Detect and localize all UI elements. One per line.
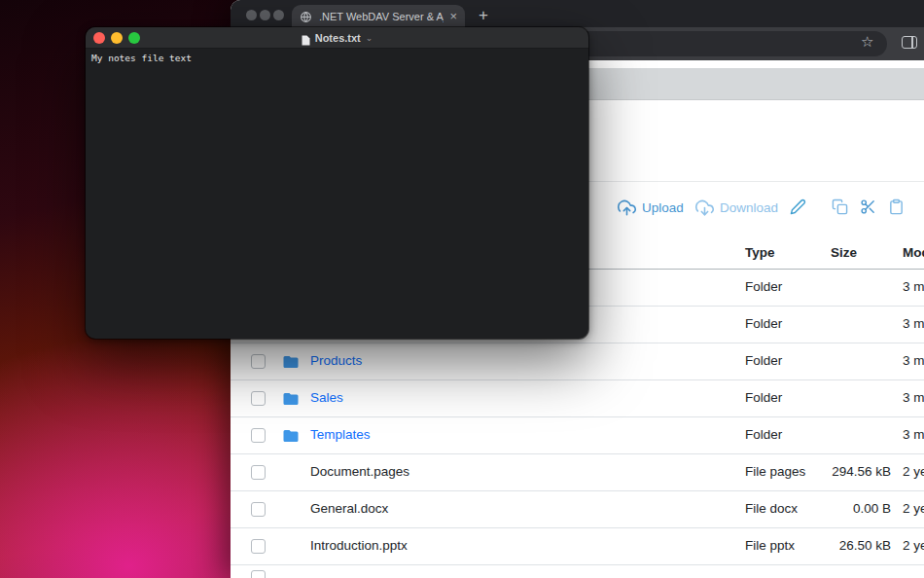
new-tab-button[interactable]: +	[472, 4, 495, 27]
editor-window-title: Notes.txt	[315, 32, 361, 44]
file-name[interactable]: General.docx	[310, 501, 388, 516]
paste-button[interactable]	[888, 199, 905, 215]
editor-title-bar[interactable]: Notes.txt ⌄	[86, 27, 588, 49]
table-row: Sales Folder 3 m	[231, 380, 924, 417]
upload-label: Upload	[642, 200, 684, 215]
scissors-icon	[860, 199, 876, 215]
document-icon	[302, 32, 310, 43]
row-checkbox[interactable]	[251, 539, 266, 554]
tab-close-icon[interactable]: ×	[449, 10, 457, 22]
folder-icon	[282, 390, 300, 408]
browser-tab-strip: .NET WebDAV Server & Ajax I × +	[231, 0, 924, 27]
row-checkbox[interactable]	[251, 465, 266, 480]
type-cell: Folder	[745, 353, 782, 368]
file-name[interactable]: Document.pages	[310, 464, 409, 479]
browser-close-button[interactable]	[246, 10, 257, 20]
column-header-type: Type	[745, 245, 775, 260]
size-cell: 0.00 B	[785, 501, 891, 516]
modified-cell: 3 m	[903, 353, 924, 368]
table-row: Introduction.pptx File pptx 26.50 kB 2 y…	[231, 528, 924, 565]
pencil-icon	[790, 199, 806, 215]
browser-zoom-button[interactable]	[273, 10, 284, 20]
folder-name-link[interactable]: Templates	[310, 427, 371, 442]
column-header-size: Size	[831, 245, 857, 260]
row-checkbox[interactable]	[251, 502, 266, 517]
modified-cell: 3 m	[903, 390, 924, 405]
size-cell: 26.50 kB	[785, 538, 891, 553]
modified-cell: 3 m	[903, 316, 924, 331]
table-row	[231, 565, 924, 578]
upload-button[interactable]: Upload	[618, 199, 684, 217]
row-checkbox[interactable]	[251, 428, 266, 443]
folder-name-link[interactable]: Products	[310, 353, 362, 368]
editor-text-content[interactable]: My notes file text	[86, 49, 588, 67]
row-checkbox[interactable]	[251, 354, 266, 369]
copy-icon	[832, 199, 848, 215]
type-cell: Folder	[745, 316, 782, 331]
editor-minimize-button[interactable]	[111, 32, 123, 44]
download-button[interactable]: Download	[695, 199, 778, 217]
chevron-down-icon[interactable]: ⌄	[366, 33, 373, 43]
download-label: Download	[720, 200, 778, 215]
modified-cell: 2 ye	[903, 501, 924, 516]
clipboard-icon	[888, 199, 905, 215]
tab-title: .NET WebDAV Server & Ajax I	[319, 11, 444, 22]
table-row: Document.pages File pages 294.56 kB 2 ye	[231, 454, 924, 491]
type-cell: Folder	[745, 390, 782, 405]
globe-favicon-icon	[300, 10, 312, 22]
table-row: General.docx File docx 0.00 B 2 ye	[231, 491, 924, 528]
type-cell: Folder	[745, 427, 782, 442]
side-panel-icon[interactable]	[902, 36, 917, 49]
size-cell: 294.56 kB	[785, 464, 891, 479]
row-checkbox[interactable]	[251, 570, 266, 578]
cloud-download-icon	[695, 199, 714, 217]
cloud-upload-icon	[618, 199, 636, 217]
browser-tab[interactable]: .NET WebDAV Server & Ajax I ×	[292, 5, 465, 27]
cut-button[interactable]	[860, 199, 876, 215]
folder-icon	[282, 353, 300, 371]
modified-cell: 3 m	[903, 427, 924, 442]
notes-editor-window: Notes.txt ⌄ My notes file text	[86, 27, 588, 339]
copy-button[interactable]	[832, 199, 848, 215]
folder-icon	[282, 427, 300, 445]
table-row: Products Folder 3 m	[231, 343, 924, 380]
modified-cell: 2 ye	[903, 538, 924, 553]
row-checkbox[interactable]	[251, 391, 266, 406]
type-cell: Folder	[745, 279, 782, 294]
rename-button[interactable]	[790, 199, 806, 215]
browser-minimize-button[interactable]	[260, 10, 270, 20]
editor-zoom-button[interactable]	[128, 32, 140, 44]
file-name[interactable]: Introduction.pptx	[310, 538, 408, 553]
bookmark-star-icon[interactable]: ☆	[861, 34, 873, 49]
modified-cell: 3 m	[903, 279, 924, 294]
editor-close-button[interactable]	[93, 32, 105, 44]
modified-cell: 2 ye	[903, 464, 924, 479]
folder-name-link[interactable]: Sales	[310, 390, 343, 405]
column-header-modified: Mod	[903, 245, 924, 260]
table-row: Templates Folder 3 m	[231, 417, 924, 454]
